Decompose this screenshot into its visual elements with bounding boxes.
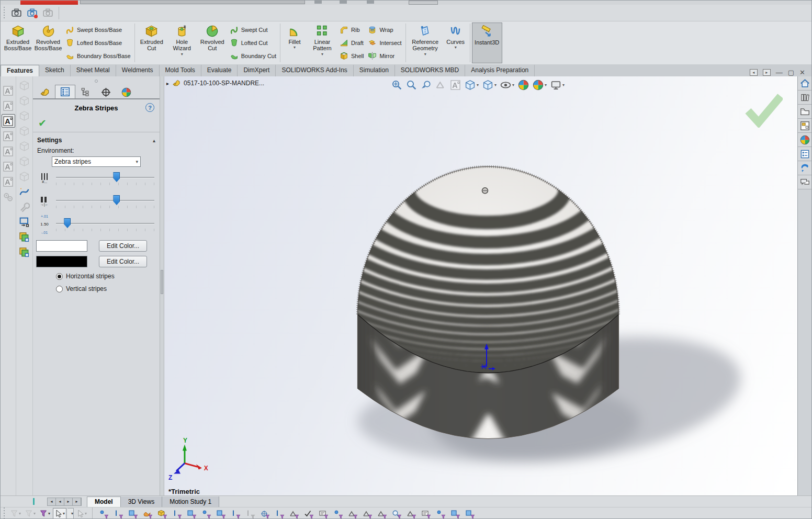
filter-planes[interactable] — [184, 508, 198, 519]
filter-surface-bodies[interactable] — [140, 508, 154, 519]
filter-connection-points[interactable] — [448, 508, 461, 519]
insert-annotation-icon[interactable] — [2, 114, 15, 128]
appearance-layers-alt-icon[interactable] — [18, 245, 31, 259]
tab-weldments[interactable]: Weldments — [116, 65, 160, 76]
3d-views-tab[interactable]: 3D Views — [121, 497, 162, 507]
capture-3d-view-7-icon[interactable] — [18, 170, 31, 183]
capture-3d-view-5-icon[interactable] — [18, 139, 31, 153]
solidworks-forum-icon[interactable] — [798, 175, 812, 189]
hide-show-items-icon[interactable]: ▾ — [499, 78, 515, 92]
magnified-selection-button[interactable]: ▾ — [75, 508, 88, 519]
filter-axes[interactable] — [170, 508, 183, 519]
stripe-width-slider[interactable] — [56, 195, 156, 213]
stripe-color-1-swatch[interactable] — [36, 240, 87, 252]
zoom-to-area-icon[interactable]: ▾ — [405, 78, 418, 92]
capture-3d-view-2-icon[interactable] — [18, 94, 31, 107]
featuremanager-tab[interactable] — [35, 86, 55, 98]
tab-sheet-metal[interactable]: Sheet Metal — [71, 65, 116, 76]
appearance-layers-icon[interactable] — [18, 230, 31, 244]
curves-button[interactable]: Curves▾ — [443, 22, 468, 63]
edit-appearance-icon[interactable]: ▾ — [517, 78, 530, 92]
filter-sketch-points[interactable] — [199, 508, 212, 519]
hole-wizard-button[interactable]: Hole Wizard▾ — [167, 22, 197, 63]
capture-3d-view-1-icon[interactable] — [18, 78, 31, 92]
draft-button[interactable]: Draft — [340, 37, 364, 49]
displaymanager-tab[interactable] — [116, 86, 137, 98]
minimize-button[interactable]: — — [776, 69, 783, 76]
precision-slider[interactable] — [56, 218, 156, 236]
filter-blocks[interactable] — [419, 508, 432, 519]
filter-stack-button[interactable]: ▾ — [24, 508, 37, 519]
display-state-icon[interactable] — [18, 215, 31, 229]
settings-section-header[interactable]: Settings — [37, 137, 62, 144]
capture-3d-view-4-icon[interactable] — [18, 124, 31, 138]
close-button[interactable]: ✕ — [799, 69, 805, 76]
linear-pattern-button[interactable]: Linear Pattern▾ — [307, 22, 337, 63]
custom-properties-icon[interactable] — [798, 147, 812, 161]
tab-dimxpert[interactable]: DimXpert — [238, 65, 276, 76]
next-tab-button[interactable]: ▸ — [64, 498, 73, 505]
tab-features[interactable]: Features — [1, 65, 39, 76]
fillet-button[interactable]: Fillet▾ — [282, 22, 307, 63]
tab-evaluate[interactable]: Evaluate — [201, 65, 238, 76]
section-view-icon[interactable]: ▾ — [434, 78, 447, 92]
filter-datum-targets[interactable] — [404, 508, 418, 519]
filter-sketches[interactable] — [213, 508, 227, 519]
collapse-pane-right-icon[interactable]: ▸ — [763, 69, 771, 76]
filter-weld-symbols[interactable] — [360, 508, 374, 519]
filter-balloons[interactable] — [331, 508, 344, 519]
search-box[interactable] — [80, 1, 305, 4]
intersect-button[interactable]: Intersect — [368, 37, 401, 49]
view-palette-icon[interactable] — [798, 119, 812, 133]
record-video-icon[interactable] — [25, 7, 39, 19]
panel-drag-handle[interactable] — [95, 80, 98, 83]
previous-view-icon[interactable]: ▾ — [420, 78, 433, 92]
filter-surface-finish[interactable] — [301, 508, 315, 519]
filter-routing-points[interactable] — [463, 508, 476, 519]
appearances-scenes-icon[interactable] — [798, 133, 812, 147]
annotation-pin-icon[interactable] — [2, 144, 15, 158]
configurationmanager-tab[interactable] — [75, 86, 96, 98]
filter-center-marks[interactable] — [257, 508, 271, 519]
select-button[interactable]: ▾ — [53, 508, 66, 519]
filter-midpoints[interactable] — [243, 508, 256, 519]
slider-handle[interactable] — [113, 172, 120, 182]
hide-annotations-icon[interactable]: ▾ — [449, 78, 462, 92]
tab-simulation[interactable]: Simulation — [354, 65, 395, 76]
filter-centerlines[interactable] — [272, 508, 286, 519]
restore-button[interactable]: ▢ — [788, 69, 794, 76]
swept-boss-button[interactable]: Swept Boss/Base — [65, 24, 131, 36]
filter-datums[interactable] — [345, 508, 359, 519]
lofted-boss-button[interactable]: Lofted Boss/Base — [65, 37, 131, 49]
instant3d-button[interactable]: Instant3D — [472, 22, 502, 63]
solidworks-sync-icon[interactable] — [798, 161, 812, 175]
previous-tab-button[interactable]: ◂ — [56, 498, 64, 505]
copy-view-icon[interactable] — [41, 7, 54, 19]
display-style-icon[interactable]: ▾ — [481, 78, 498, 92]
stripe-color-2-swatch[interactable] — [36, 256, 87, 267]
panel-splitter[interactable] — [160, 76, 164, 495]
solidworks-resources-icon[interactable] — [798, 76, 812, 91]
vertical-stripes-radio[interactable] — [56, 286, 63, 292]
clear-all-filters-button[interactable]: ▾ — [9, 508, 22, 519]
file-explorer-icon[interactable] — [798, 105, 812, 119]
annotation-view-icon[interactable] — [2, 84, 15, 97]
view-orientation-icon[interactable]: ▾ — [464, 78, 480, 92]
graphics-area[interactable]: ▸ 0517-10-100-SP-MANDRE... ▾▾▾▾▾▾▾▾▾▾▾ — [164, 76, 797, 495]
annotation-frame-icon[interactable] — [2, 175, 15, 188]
capture-3d-view-3-icon[interactable] — [18, 109, 31, 122]
reference-geometry-button[interactable]: Reference Geometry▾ — [408, 22, 443, 63]
auto-dimension-scheme-icon[interactable] — [2, 190, 15, 204]
last-tab-button[interactable]: ▸ — [73, 498, 81, 505]
first-tab-button[interactable]: ◂ — [48, 498, 56, 505]
zoom-control-fragment[interactable] — [409, 1, 438, 5]
motion-study-1-tab[interactable]: Motion Study 1 — [162, 497, 219, 507]
filter-vertices[interactable] — [96, 508, 110, 519]
document-name[interactable]: 0517-10-100-SP-MANDRE... — [184, 80, 264, 87]
view-settings-icon[interactable]: ▾ — [549, 78, 566, 92]
toolbar-grip[interactable] — [3, 507, 6, 519]
copy-annotation-icon[interactable] — [2, 160, 15, 173]
toolbar-grip[interactable] — [3, 7, 6, 19]
expand-tree-icon[interactable]: ▸ — [166, 81, 169, 86]
mirror-button[interactable]: Mirror — [368, 50, 401, 62]
